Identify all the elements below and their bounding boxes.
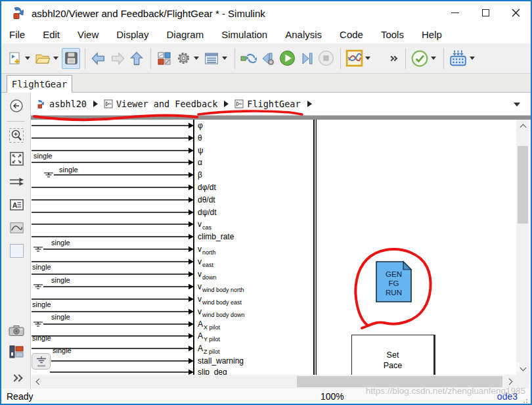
port-label[interactable]: θ xyxy=(198,133,202,143)
maximize-button[interactable] xyxy=(470,1,500,24)
simulation-data-inspector-button[interactable] xyxy=(345,48,364,69)
port-label[interactable]: climb_rate xyxy=(198,231,234,242)
port-label[interactable]: dθ/dt xyxy=(198,195,215,205)
navigate-up-button[interactable] xyxy=(127,48,146,69)
settings-button[interactable] xyxy=(174,48,192,69)
update-diagram-button[interactable] xyxy=(239,48,258,69)
menu-item-file[interactable]: File xyxy=(9,29,25,40)
model-advisor-button[interactable] xyxy=(410,48,430,69)
viewmarks-button[interactable] xyxy=(7,343,26,361)
model-advisor-dropdown[interactable] xyxy=(431,57,436,60)
signal-datatype-label[interactable]: single xyxy=(32,334,51,342)
image-annotation-button[interactable] xyxy=(7,218,26,237)
breadcrumb-dropdown-icon[interactable] xyxy=(514,103,520,107)
toolbar-overflow-button[interactable] xyxy=(389,57,396,60)
screenshot-button[interactable] xyxy=(7,322,26,340)
menu-item-help[interactable]: Help xyxy=(422,29,442,40)
new-model-button[interactable] xyxy=(5,48,24,69)
simulink-window: asbhl20/Viewer and Feedback/FlightGear *… xyxy=(0,0,532,405)
port-label[interactable]: vwind body north xyxy=(198,281,244,293)
menu-item-tools[interactable]: Tools xyxy=(381,29,404,40)
build-button[interactable] xyxy=(448,48,468,69)
signal-datatype-label[interactable]: single xyxy=(51,313,70,321)
signal-datatype-label[interactable]: single xyxy=(51,239,70,247)
breadcrumb-item-current[interactable]: FlightGear xyxy=(234,99,300,109)
port-label[interactable]: AZ pilot xyxy=(198,343,220,354)
scroll-left-button[interactable] xyxy=(32,375,43,387)
port-label[interactable]: dφ/dt xyxy=(198,182,216,193)
save-button[interactable] xyxy=(62,48,80,69)
stop-button[interactable] xyxy=(317,48,336,69)
port-label[interactable]: vcas xyxy=(198,219,211,230)
signal-datatype-label[interactable]: single xyxy=(33,152,53,160)
signal-routing-button[interactable] xyxy=(7,172,26,191)
port-label-main: v xyxy=(198,257,202,266)
menu-item-code[interactable]: Code xyxy=(340,29,363,40)
signal-datatype-label[interactable]: single xyxy=(51,276,70,284)
model-canvas[interactable]: GEN FG RUN Set Pace φθψsingleαsingleβdφ/… xyxy=(31,120,516,375)
hide-explorer-bar-button[interactable] xyxy=(7,97,26,115)
signal-datatype-label[interactable]: single xyxy=(59,166,78,174)
run-button[interactable] xyxy=(278,48,297,69)
tab-flightgear[interactable]: FlightGear xyxy=(7,75,72,93)
palette-overflow-button[interactable] xyxy=(7,369,26,387)
signal-datatype-label[interactable]: single xyxy=(32,300,51,308)
port-label[interactable]: α xyxy=(198,157,202,168)
port-label[interactable]: veast xyxy=(198,256,213,268)
fit-to-view-button[interactable] xyxy=(7,149,26,168)
port-label[interactable]: dψ/dt xyxy=(198,207,217,218)
simulation-data-inspector-dropdown[interactable] xyxy=(365,57,370,60)
port-label[interactable]: ψ xyxy=(198,145,204,156)
signal-datatype-label[interactable]: single xyxy=(32,263,51,271)
minimize-button[interactable] xyxy=(440,1,470,24)
navigate-forward-button[interactable] xyxy=(108,48,127,69)
camera-icon xyxy=(8,322,25,339)
scroll-up-button[interactable] xyxy=(517,120,529,131)
port-label[interactable]: slip_deg xyxy=(198,367,227,375)
port-label[interactable]: vwind body east xyxy=(198,294,242,305)
port-label[interactable]: AY pilot xyxy=(198,331,220,342)
menu-item-diagram[interactable]: Diagram xyxy=(166,29,204,40)
zoom-magnifier-icon xyxy=(8,127,25,144)
model-configuration-button[interactable] xyxy=(202,48,221,69)
selected-ground-block[interactable] xyxy=(32,353,51,369)
menu-item-analysis[interactable]: Analysis xyxy=(285,29,322,40)
vertical-scrollbar[interactable] xyxy=(516,120,529,375)
breadcrumb-item-model[interactable]: asbhl20 xyxy=(36,99,87,109)
new-model-icon xyxy=(7,51,22,66)
area-annotation-button[interactable] xyxy=(7,241,26,260)
menu-item-display[interactable]: Display xyxy=(116,29,148,40)
set-pace-block[interactable]: Set Pace xyxy=(351,335,435,375)
port-label[interactable]: φ xyxy=(198,120,203,131)
port-label[interactable]: stall_warning xyxy=(198,356,244,366)
ground-icon xyxy=(36,356,47,364)
annotation-button[interactable]: A xyxy=(7,195,26,214)
menu-item-view[interactable]: View xyxy=(78,29,99,40)
open-dropdown[interactable] xyxy=(53,57,58,60)
port-label[interactable]: AX pilot xyxy=(198,319,220,330)
zoom-region-button[interactable] xyxy=(7,126,26,145)
model-configuration-dropdown[interactable] xyxy=(222,57,227,60)
open-button[interactable] xyxy=(33,48,52,69)
vertical-scroll-thumb[interactable] xyxy=(518,146,528,224)
port-label[interactable]: vwind body down xyxy=(198,306,245,318)
gen-fg-run-label[interactable]: GEN FG RUN xyxy=(376,270,412,297)
library-browser-button[interactable] xyxy=(155,48,173,69)
port-label[interactable]: vnorth xyxy=(198,244,216,255)
breadcrumb-item-subsystem[interactable]: Viewer and Feedback xyxy=(103,99,217,109)
port-label[interactable]: β xyxy=(198,170,202,180)
build-dropdown[interactable] xyxy=(470,57,475,60)
watermark-block xyxy=(495,362,502,372)
navigate-back-button[interactable] xyxy=(89,48,108,69)
menu-item-edit[interactable]: Edit xyxy=(43,29,60,40)
signal-datatype-label[interactable]: single xyxy=(53,346,72,354)
menu-item-simulation[interactable]: Simulation xyxy=(221,29,267,40)
resize-grip[interactable] xyxy=(523,397,529,403)
step-back-button[interactable] xyxy=(259,48,277,69)
new-model-dropdown[interactable] xyxy=(25,57,30,60)
close-button[interactable] xyxy=(500,1,531,24)
save-icon xyxy=(64,51,79,66)
step-forward-button[interactable] xyxy=(298,48,316,69)
port-label[interactable]: vdown xyxy=(198,269,217,280)
settings-dropdown[interactable] xyxy=(194,57,199,60)
